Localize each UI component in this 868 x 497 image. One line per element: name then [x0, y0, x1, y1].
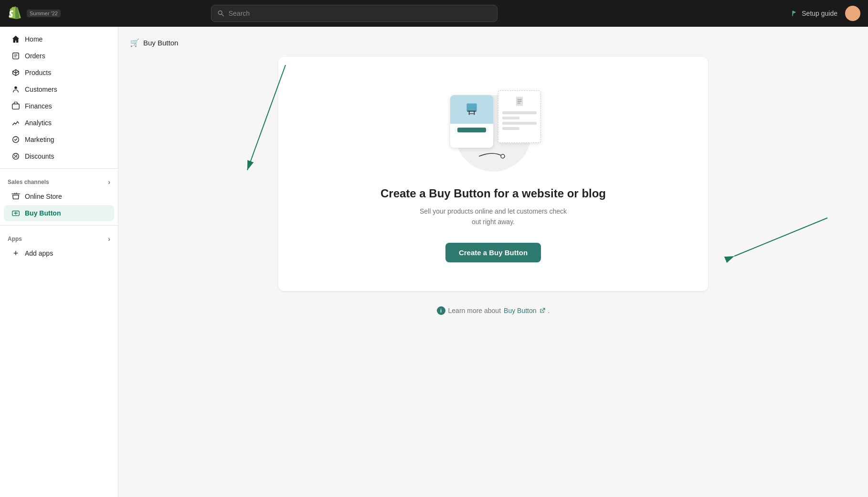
sidebar-item-products[interactable]: Products: [4, 65, 114, 81]
external-link-icon: [540, 308, 545, 313]
sidebar-item-buy-button[interactable]: Buy Button: [4, 205, 114, 221]
annotation-arrow-2: [706, 213, 830, 270]
learn-more-section: i Learn more about Buy Button .: [130, 306, 857, 315]
sidebar-item-home[interactable]: Home: [4, 31, 114, 47]
sidebar-item-marketing[interactable]: Marketing: [4, 131, 114, 148]
search-icon: [217, 10, 224, 17]
sidebar-item-customers[interactable]: Customers: [4, 81, 114, 97]
svg-point-8: [501, 154, 505, 158]
sidebar-divider-1: [0, 168, 118, 169]
ill-doc-line-3: [502, 122, 537, 125]
search-wrapper[interactable]: [211, 5, 498, 22]
setup-guide-button[interactable]: Setup guide: [791, 10, 837, 17]
apps-chevron-icon: ›: [108, 235, 110, 243]
breadcrumb-icon: 🛒: [130, 38, 139, 47]
store-icon: [11, 192, 20, 201]
products-icon: [11, 68, 20, 77]
sidebar-item-online-store[interactable]: Online Store: [4, 188, 114, 205]
svg-rect-0: [13, 53, 19, 59]
doc-icon: [514, 96, 525, 107]
search-input[interactable]: [229, 10, 492, 17]
add-icon: +: [11, 249, 20, 258]
chevron-right-icon: ›: [108, 178, 110, 186]
breadcrumb: 🛒 Buy Button: [130, 38, 857, 47]
avatar[interactable]: [845, 6, 860, 21]
sales-channels-label[interactable]: Sales channels ›: [0, 173, 118, 188]
sidebar-divider-2: [0, 225, 118, 226]
sidebar-item-discounts[interactable]: Discounts: [4, 148, 114, 164]
sidebar: Home Orders Products Cu: [0, 27, 118, 497]
buy-button-card: Create a Buy Button for a website or blo…: [278, 57, 708, 291]
svg-rect-2: [12, 104, 19, 109]
sidebar-item-analytics[interactable]: Analytics: [4, 115, 114, 131]
card-subtitle: Sell your products online and let custom…: [417, 206, 570, 227]
sidebar-item-orders[interactable]: Orders: [4, 48, 114, 64]
ill-product-img: [450, 95, 493, 124]
topbar-right: Setup guide: [791, 6, 860, 21]
finances-icon: [11, 102, 20, 110]
card-title: Create a Buy Button for a website or blo…: [381, 187, 606, 200]
main-content: 🛒 Buy Button: [118, 27, 868, 497]
buy-button-illustration: [441, 86, 546, 172]
svg-point-1: [14, 86, 17, 89]
connector-icon: [479, 151, 508, 162]
info-icon: i: [437, 306, 445, 315]
ill-doc-line-4: [502, 127, 519, 130]
home-icon: [11, 35, 20, 43]
analytics-icon: [11, 119, 20, 127]
buy-button-icon: [11, 209, 20, 217]
create-buy-button-btn[interactable]: Create a Buy Button: [445, 243, 541, 262]
svg-rect-6: [466, 104, 476, 111]
customers-icon: [11, 85, 20, 94]
orders-icon: [11, 52, 20, 60]
marketing-icon: [11, 135, 20, 144]
flag-icon: [791, 10, 799, 17]
main-layout: Home Orders Products Cu: [0, 27, 868, 497]
apps-label[interactable]: Apps ›: [0, 229, 118, 245]
ill-product-card: [450, 95, 493, 148]
ill-doc: [498, 90, 541, 143]
ill-btn-bar: [457, 128, 486, 132]
ill-doc-line-1: [502, 111, 537, 114]
logo-area: Summer '22: [8, 6, 61, 21]
buy-button-link[interactable]: Buy Button: [504, 307, 537, 314]
sidebar-item-add-apps[interactable]: + Add apps: [4, 245, 114, 261]
sidebar-item-finances[interactable]: Finances: [4, 98, 114, 114]
discounts-icon: [11, 152, 20, 161]
summer-badge: Summer '22: [27, 10, 61, 17]
ill-doc-line-2: [502, 117, 519, 119]
search-area: [211, 5, 498, 22]
topbar: Summer '22 Setup guide: [0, 0, 868, 27]
sidebar-nav: Home Orders Products Cu: [0, 27, 118, 266]
shopify-logo-icon: [8, 6, 23, 21]
